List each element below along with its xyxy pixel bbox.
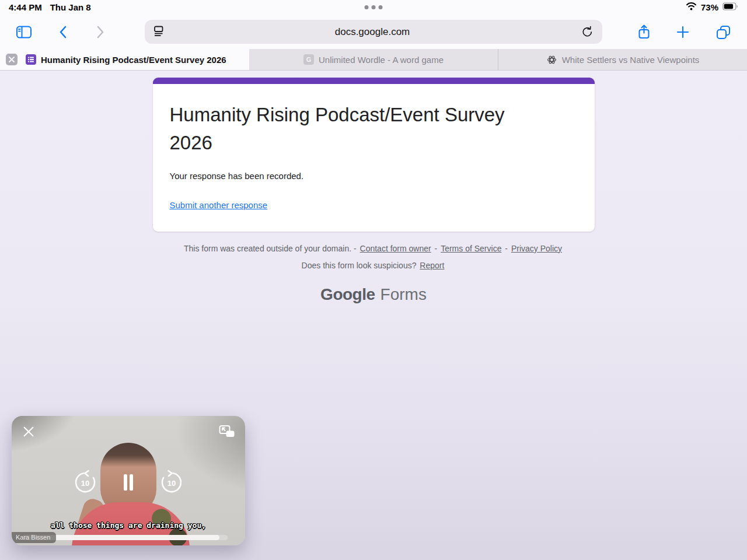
form-accent-bar	[153, 78, 595, 84]
handle-dot	[372, 5, 376, 9]
tab-bar: Humanity Rising Podcast/Event Survey 202…	[0, 49, 747, 71]
video-caption: all those things are draining you,	[12, 521, 245, 530]
form-title: Humanity Rising Podcast/Event Survey 202…	[170, 101, 535, 157]
pip-video-player[interactable]: 10 10 all those things are draining you,…	[12, 416, 245, 545]
submit-another-response-link[interactable]: Submit another response	[170, 200, 268, 210]
contact-form-owner-link[interactable]: Contact form owner	[360, 244, 431, 253]
logo-google-text: Google	[320, 285, 375, 303]
skip-forward-label: 10	[167, 479, 176, 488]
date: Thu Jan 8	[50, 2, 91, 12]
battery-icon	[722, 2, 738, 12]
pause-button[interactable]	[119, 473, 138, 492]
wordle-favicon: G	[303, 54, 314, 65]
tab-title: White Settlers vs Native Viewpoints	[562, 55, 700, 65]
battery-percent: 73%	[701, 2, 718, 12]
tab-wordle[interactable]: G Unlimited Wordle - A word game	[249, 49, 498, 70]
reload-button[interactable]	[579, 24, 595, 40]
skip-back-label: 10	[81, 479, 89, 488]
tabs-overview-icon[interactable]	[714, 23, 732, 41]
status-left: 4:44 PM Thu Jan 8	[9, 2, 91, 12]
report-link[interactable]: Report	[420, 261, 444, 270]
video-attribution: Kara Bissen	[12, 532, 56, 543]
close-tab-icon[interactable]	[6, 54, 18, 65]
terms-of-service-link[interactable]: Terms of Service	[441, 244, 501, 253]
screen: 4:44 PM Thu Jan 8 73%	[0, 0, 747, 560]
tab-chatgpt[interactable]: White Settlers vs Native Viewpoints	[498, 49, 747, 70]
openai-icon	[546, 54, 557, 65]
forward-button[interactable]	[91, 23, 109, 41]
browser-toolbar: docs.google.com	[0, 14, 747, 49]
confirmation-message: Your response has been recorded.	[170, 171, 578, 181]
handle-dot	[379, 5, 383, 9]
back-button[interactable]	[55, 23, 72, 41]
google-forms-logo: GoogleForms	[0, 285, 747, 304]
separator: -	[435, 244, 438, 253]
new-tab-button[interactable]	[674, 23, 692, 41]
pip-return-icon[interactable]	[217, 423, 237, 439]
close-icon[interactable]	[20, 423, 37, 440]
skip-forward-10-button[interactable]: 10	[159, 470, 184, 495]
multitasking-handle[interactable]	[365, 5, 383, 9]
separator: -	[505, 244, 508, 253]
tab-survey[interactable]: Humanity Rising Podcast/Event Survey 202…	[0, 49, 249, 70]
status-right: 73%	[686, 2, 738, 12]
privacy-policy-link[interactable]: Privacy Policy	[511, 244, 562, 253]
form-footer-notice: This form was created outside of your do…	[0, 244, 747, 253]
tab-title: Unlimited Wordle - A word game	[319, 55, 444, 65]
google-forms-favicon	[26, 54, 36, 65]
suspicious-text: Does this form look suspicious?	[302, 261, 417, 270]
domain-notice-text: This form was created outside of your do…	[184, 244, 357, 253]
url-text: docs.google.com	[166, 26, 579, 38]
clock: 4:44 PM	[9, 2, 42, 12]
sidebar-button[interactable]	[15, 23, 33, 41]
skip-back-10-button[interactable]: 10	[72, 470, 98, 495]
wifi-icon	[686, 2, 697, 12]
tab-title: Humanity Rising Podcast/Event Survey 202…	[41, 55, 226, 65]
status-bar: 4:44 PM Thu Jan 8 73%	[0, 0, 747, 14]
handle-dot	[365, 5, 369, 9]
logo-forms-text: Forms	[381, 285, 427, 303]
page-settings-icon[interactable]	[152, 24, 166, 40]
address-bar[interactable]: docs.google.com	[145, 20, 602, 44]
share-icon[interactable]	[635, 23, 652, 41]
form-response-card: Humanity Rising Podcast/Event Survey 202…	[153, 78, 595, 232]
playback-controls: 10 10	[12, 470, 245, 495]
form-report-row: Does this form look suspicious? Report	[0, 261, 747, 270]
